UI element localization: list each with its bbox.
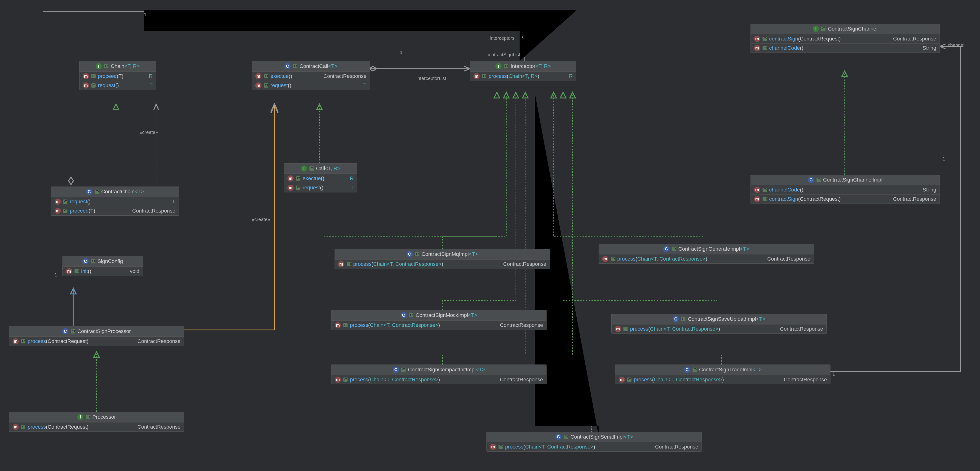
lock-icon: [498, 445, 503, 449]
lock-icon: [293, 64, 297, 68]
lock-icon: [816, 178, 821, 182]
label-one: 1: [832, 372, 835, 377]
interface-icon: I: [301, 165, 307, 172]
class-icon: C: [62, 328, 68, 334]
lock-icon: [91, 83, 95, 88]
label-one: 1: [400, 50, 402, 55]
label-contractsignlist: contractSignList: [487, 52, 520, 57]
method-row: mexectue()ContractResponse: [252, 72, 370, 81]
method-row: mprocess(Chain<T, ContractResponse>)Cont…: [331, 320, 546, 330]
lock-icon: [504, 64, 508, 68]
method-row: mprocess(Chain<T, ContractResponse>)Cont…: [487, 442, 702, 451]
method-icon: m: [288, 175, 294, 181]
class-contractcall: CContractCall<T> mexectue()ContractRespo…: [252, 61, 370, 90]
interface-icon: I: [95, 63, 102, 69]
class-contractsignchannel: IContractSignChannel mcontractSign(Contr…: [751, 24, 940, 53]
class-icon: C: [663, 246, 669, 252]
method-icon: m: [754, 36, 760, 42]
lock-icon: [309, 166, 314, 171]
interface-icon: I: [77, 414, 83, 420]
lock-icon: [264, 83, 268, 88]
lock-icon: [343, 377, 348, 382]
method-icon: m: [255, 73, 261, 79]
method-icon: m: [335, 377, 341, 383]
lock-icon: [762, 37, 767, 41]
label-interceptors: interceptors: [490, 35, 515, 41]
method-icon: m: [13, 338, 19, 344]
method-row: mcontractSign(ContractRequest)ContractRe…: [751, 194, 940, 204]
method-row: mprocess(Chain<T, R>)R: [470, 72, 576, 81]
class-contractsignmqimpl: CContractSignMqImpl<T> mprocess(Chain<T,…: [334, 249, 550, 269]
label-interceptorlist: interceptorList: [417, 76, 446, 81]
method-row: minit()void: [63, 266, 143, 276]
method-icon: m: [13, 424, 19, 430]
method-row: mrequest()T: [51, 197, 179, 206]
method-icon: m: [338, 261, 344, 267]
label-create: «create»: [140, 130, 158, 135]
method-row: mproceed(T)R: [80, 72, 156, 81]
lock-icon: [21, 425, 25, 429]
method-icon: m: [255, 82, 261, 89]
lock-icon: [296, 186, 300, 190]
method-icon: m: [335, 322, 341, 328]
lock-icon: [71, 329, 75, 334]
label-create: «create»: [252, 217, 270, 222]
method-row: mprocess(Chain<T, ContractResponse>)Cont…: [616, 375, 830, 384]
class-icon: C: [285, 63, 291, 69]
lock-icon: [63, 199, 67, 204]
method-row: mrequest()T: [252, 81, 370, 90]
lock-icon: [692, 368, 697, 372]
method-icon: m: [288, 185, 294, 191]
method-icon: m: [619, 377, 625, 383]
method-icon: m: [490, 444, 496, 450]
lock-icon: [611, 257, 615, 261]
interface-icon: I: [813, 26, 819, 32]
class-icon: C: [86, 189, 92, 195]
method-row: mprocess(Chain<T, ContractResponse>)Cont…: [331, 375, 546, 384]
method-row: mprocess(Chain<T, ContractResponse>)Cont…: [335, 259, 550, 269]
lock-icon: [627, 377, 632, 382]
lock-icon: [821, 27, 826, 31]
label-one: 1: [144, 12, 146, 17]
method-row: mcontractSign(ContractRequest)ContractRe…: [751, 34, 940, 43]
label-one: 1: [54, 272, 57, 278]
method-icon: m: [602, 256, 608, 262]
method-icon: m: [83, 73, 89, 79]
label-channel: channel: [948, 43, 964, 48]
method-icon: m: [615, 326, 621, 332]
method-row: mproceed(T)ContractResponse: [51, 206, 179, 215]
lock-icon: [482, 74, 486, 78]
method-row: mprocess(Chain<T, ContractResponse>)Cont…: [599, 254, 814, 263]
method-row: mrequest()T: [80, 81, 156, 90]
class-contractchain: CContractChain<T> mrequest()T mproceed(T…: [51, 186, 179, 216]
method-icon: m: [55, 199, 61, 205]
method-row: mprocess(ContractRequest)ContractRespons…: [9, 422, 184, 431]
class-icon: C: [808, 177, 814, 183]
class-processor: IProcessor mprocess(ContractRequest)Cont…: [9, 412, 184, 432]
class-icon: C: [401, 312, 407, 318]
class-interceptor: IInterceptor<T, R> mprocess(Chain<T, R>)…: [470, 61, 576, 81]
lock-icon: [104, 64, 108, 68]
class-icon: C: [673, 316, 679, 322]
method-icon: m: [473, 73, 480, 79]
lock-icon: [63, 209, 67, 213]
class-chain: IChain<T, R> mproceed(T)R mrequest()T: [79, 61, 156, 90]
class-icon: C: [684, 367, 690, 373]
lock-icon: [762, 188, 767, 192]
method-row: mprocess(ContractRequest)ContractRespons…: [9, 337, 184, 346]
method-row: mrequest()T: [284, 183, 357, 192]
method-icon: m: [754, 196, 760, 202]
lock-icon: [86, 415, 90, 419]
method-icon: m: [754, 45, 760, 51]
lock-icon: [624, 327, 628, 331]
lock-icon: [296, 176, 300, 181]
lock-icon: [401, 368, 406, 372]
class-contractsignchannelimpl: CContractSignChannelImpl mchannelCode()S…: [751, 175, 940, 204]
class-icon: C: [406, 251, 413, 257]
method-row: mprocess(Chain<T, ContractResponse>)Cont…: [612, 324, 826, 334]
lock-icon: [762, 197, 767, 201]
interface-icon: I: [495, 63, 501, 69]
method-icon: m: [55, 208, 61, 214]
lock-icon: [564, 435, 568, 439]
class-call: ICall<T, R> mexectue()R mrequest()T: [284, 163, 357, 193]
